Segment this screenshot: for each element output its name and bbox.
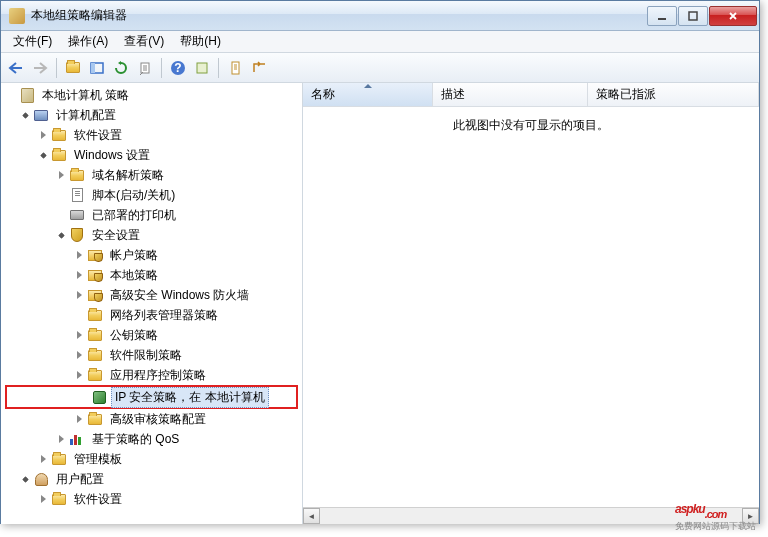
tree-label: 软件设置 — [71, 126, 125, 145]
tree-label: 本地计算机 策略 — [39, 86, 132, 105]
tree-public-key[interactable]: 公钥策略 — [1, 325, 302, 345]
tree-printers[interactable]: 已部署的打印机 — [1, 205, 302, 225]
tree-label: 计算机配置 — [53, 106, 119, 125]
menu-view[interactable]: 查看(V) — [116, 31, 172, 52]
tree-label: 应用程序控制策略 — [107, 366, 209, 385]
tool-ext1-button[interactable] — [191, 57, 213, 79]
up-button[interactable] — [62, 57, 84, 79]
tree-label: 本地策略 — [107, 266, 161, 285]
tree-label: 公钥策略 — [107, 326, 161, 345]
tree-label: 管理模板 — [71, 450, 125, 469]
tree-label: 域名解析策略 — [89, 166, 167, 185]
scroll-right-button[interactable]: ► — [742, 508, 759, 524]
tree-label: 脚本(启动/关机) — [89, 186, 178, 205]
tree-security[interactable]: 安全设置 — [1, 225, 302, 245]
expander-icon[interactable] — [55, 169, 67, 181]
tree-network-list[interactable]: 网络列表管理器策略 — [1, 305, 302, 325]
titlebar[interactable]: 本地组策略编辑器 — [1, 1, 759, 31]
sort-ascending-icon — [364, 84, 372, 88]
refresh-button[interactable] — [110, 57, 132, 79]
tree-label: 软件限制策略 — [107, 346, 185, 365]
tree-label: 已部署的打印机 — [89, 206, 179, 225]
main-window: 本地组策略编辑器 文件(F) 操作(A) 查看(V) 帮助(H) ? 本地计算机… — [0, 0, 760, 524]
expander-icon[interactable] — [73, 249, 85, 261]
svg-rect-8 — [232, 62, 239, 74]
tree-scripts[interactable]: 脚本(启动/关机) — [1, 185, 302, 205]
tree-computer-config[interactable]: 计算机配置 — [1, 105, 302, 125]
expander-icon[interactable] — [55, 433, 67, 445]
tree-label: 基于策略的 QoS — [89, 430, 182, 449]
scroll-left-button[interactable]: ◄ — [303, 508, 320, 524]
menubar: 文件(F) 操作(A) 查看(V) 帮助(H) — [1, 31, 759, 53]
expander-icon[interactable] — [37, 493, 49, 505]
export-button[interactable] — [134, 57, 156, 79]
expander-icon[interactable] — [37, 129, 49, 141]
list-body[interactable]: 此视图中没有可显示的项目。 — [303, 107, 759, 507]
minimize-button[interactable] — [647, 6, 677, 26]
expander-icon[interactable] — [73, 269, 85, 281]
tree-root[interactable]: 本地计算机 策略 — [1, 85, 302, 105]
tree-label: 高级安全 Windows 防火墙 — [107, 286, 252, 305]
menu-action[interactable]: 操作(A) — [60, 31, 116, 52]
properties-button[interactable] — [224, 57, 246, 79]
tree-software-restrict[interactable]: 软件限制策略 — [1, 345, 302, 365]
window-title: 本地组策略编辑器 — [31, 7, 647, 24]
tree-label: 网络列表管理器策略 — [107, 306, 221, 325]
tree-windows-settings[interactable]: Windows 设置 — [1, 145, 302, 165]
content-area: 本地计算机 策略 计算机配置 软件设置 Windows 设置 域名解析策略 脚本… — [1, 83, 759, 524]
expander-icon[interactable] — [73, 369, 85, 381]
tree-local-policy[interactable]: 本地策略 — [1, 265, 302, 285]
tree-label: Windows 设置 — [71, 146, 153, 165]
expander-icon[interactable] — [73, 289, 85, 301]
tool-ext2-button[interactable] — [248, 57, 270, 79]
expander-icon[interactable] — [19, 473, 31, 485]
tree-qos[interactable]: 基于策略的 QoS — [1, 429, 302, 449]
scroll-track[interactable] — [320, 508, 742, 524]
tree-admin-templates[interactable]: 管理模板 — [1, 449, 302, 469]
tree-label: 高级审核策略配置 — [107, 410, 209, 429]
back-button[interactable] — [5, 57, 27, 79]
tree-user-config[interactable]: 用户配置 — [1, 469, 302, 489]
svg-rect-1 — [689, 12, 697, 20]
expander-icon[interactable] — [37, 149, 49, 161]
show-hide-button[interactable] — [86, 57, 108, 79]
svg-rect-3 — [91, 63, 95, 73]
column-description[interactable]: 描述 — [433, 83, 588, 106]
expander-icon[interactable] — [37, 453, 49, 465]
tree-account-policy[interactable]: 帐户策略 — [1, 245, 302, 265]
close-button[interactable] — [709, 6, 757, 26]
expander-icon[interactable] — [55, 229, 67, 241]
tree-software-settings[interactable]: 软件设置 — [1, 125, 302, 145]
tree-panel[interactable]: 本地计算机 策略 计算机配置 软件设置 Windows 设置 域名解析策略 脚本… — [1, 83, 303, 524]
expander-icon[interactable] — [73, 329, 85, 341]
maximize-button[interactable] — [678, 6, 708, 26]
tree-label: 软件设置 — [71, 490, 125, 509]
tree-label: 用户配置 — [53, 470, 107, 489]
column-name[interactable]: 名称 — [303, 83, 433, 106]
list-panel: 名称 描述 策略已指派 此视图中没有可显示的项目。 ◄ ► — [303, 83, 759, 524]
tree-ipsec-highlighted: IP 安全策略，在 本地计算机 — [5, 385, 298, 409]
list-header: 名称 描述 策略已指派 — [303, 83, 759, 107]
forward-button[interactable] — [29, 57, 51, 79]
svg-text:?: ? — [174, 61, 181, 75]
tree-dns-policy[interactable]: 域名解析策略 — [1, 165, 302, 185]
tree-label: IP 安全策略，在 本地计算机 — [111, 387, 269, 408]
horizontal-scrollbar[interactable]: ◄ ► — [303, 507, 759, 524]
tree-label: 帐户策略 — [107, 246, 161, 265]
help-button[interactable]: ? — [167, 57, 189, 79]
tree-audit[interactable]: 高级审核策略配置 — [1, 409, 302, 429]
expander-icon[interactable] — [73, 413, 85, 425]
tree-app-control[interactable]: 应用程序控制策略 — [1, 365, 302, 385]
tree-label: 安全设置 — [89, 226, 143, 245]
column-assigned[interactable]: 策略已指派 — [588, 83, 759, 106]
expander-icon[interactable] — [73, 349, 85, 361]
expander-icon[interactable] — [19, 109, 31, 121]
svg-rect-7 — [197, 63, 207, 73]
tree-user-software[interactable]: 软件设置 — [1, 489, 302, 509]
app-icon — [9, 8, 25, 24]
menu-file[interactable]: 文件(F) — [5, 31, 60, 52]
tree-firewall[interactable]: 高级安全 Windows 防火墙 — [1, 285, 302, 305]
toolbar: ? — [1, 53, 759, 83]
tree-ipsec[interactable]: IP 安全策略，在 本地计算机 — [9, 387, 294, 407]
menu-help[interactable]: 帮助(H) — [172, 31, 229, 52]
